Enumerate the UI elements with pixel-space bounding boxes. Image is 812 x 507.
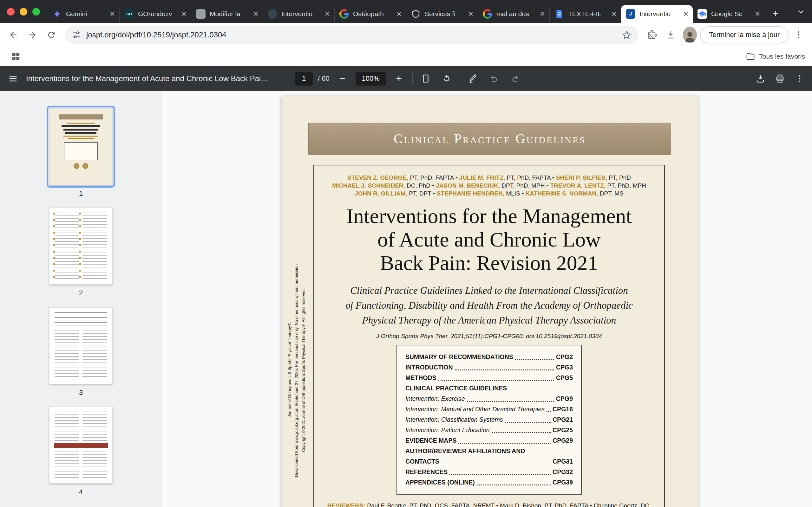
minimize-window-button[interactable] bbox=[20, 8, 27, 15]
page-thumbnail[interactable] bbox=[49, 208, 113, 285]
thumbnail-preview bbox=[49, 308, 112, 384]
new-tab-button[interactable]: + bbox=[769, 7, 782, 20]
author-separator: • bbox=[520, 190, 525, 197]
undo-button[interactable] bbox=[486, 71, 502, 87]
tab-close-icon[interactable]: × bbox=[755, 10, 760, 18]
browser-tab[interactable]: Modifier la× bbox=[191, 5, 263, 23]
tab-search-chevron-icon[interactable] bbox=[795, 6, 807, 18]
toc-entry-label: Intervention: Patient Education bbox=[405, 425, 490, 435]
browser-tab[interactable]: TEXTE-FIL× bbox=[549, 5, 621, 23]
browser-tab[interactable]: Services fi× bbox=[406, 5, 478, 23]
pen-icon bbox=[468, 74, 478, 83]
pdf-toolbar: Interventions for the Management of Acut… bbox=[0, 66, 812, 91]
zoom-level[interactable]: 100% bbox=[356, 72, 386, 86]
pdf-canvas[interactable]: Clinical Practice Guidelines STEVEN Z. G… bbox=[162, 91, 812, 507]
apps-grid-button[interactable] bbox=[7, 48, 25, 65]
rotate-button[interactable] bbox=[439, 71, 455, 87]
browser-tab[interactable]: mal au dos× bbox=[478, 5, 549, 23]
pdf-print-button[interactable] bbox=[772, 71, 788, 87]
bookmarks-bar: Tous les favoris bbox=[0, 47, 812, 66]
browser-menu-button[interactable] bbox=[790, 26, 808, 44]
author-separator: • bbox=[551, 174, 556, 181]
toc-dot-leader bbox=[458, 443, 551, 444]
title-line: Interventions for the Management bbox=[346, 205, 632, 228]
tab-close-icon[interactable]: × bbox=[612, 10, 617, 18]
thumbnail-preview bbox=[49, 407, 112, 483]
forward-icon bbox=[28, 30, 37, 40]
reviewers-line: REVIEWERS: Paul F. Beattie, PT, PhD, OCS… bbox=[325, 502, 653, 507]
pdf-download-button[interactable] bbox=[752, 71, 768, 87]
toc-entry: Intervention: Classification SystemsCPG2… bbox=[405, 414, 573, 425]
toc-page-number: CPG29 bbox=[553, 435, 573, 446]
browser-tab[interactable]: Ostéopath× bbox=[334, 5, 406, 23]
title-line: Back Pain: Revision 2021 bbox=[380, 251, 598, 274]
page-thumbnail-label[interactable]: 2 bbox=[79, 289, 83, 297]
tab-close-icon[interactable]: × bbox=[397, 10, 402, 18]
browser-tab[interactable]: GOGOrendezv× bbox=[119, 5, 191, 23]
tab-title: GOrendezv bbox=[138, 10, 177, 18]
pdf-more-button[interactable] bbox=[792, 71, 808, 87]
author-name: JOHN R. GILLIAM, bbox=[355, 190, 407, 197]
page-thumbnail[interactable] bbox=[49, 407, 113, 484]
tab-close-icon[interactable]: × bbox=[468, 10, 473, 18]
page-thumbnail[interactable] bbox=[49, 108, 113, 185]
bookmark-star-icon[interactable] bbox=[622, 30, 631, 40]
close-window-button[interactable] bbox=[7, 8, 14, 15]
thumbnail-preview bbox=[49, 109, 112, 185]
tab-close-icon[interactable]: × bbox=[253, 10, 258, 18]
scholar-icon bbox=[697, 9, 707, 19]
toc-entry: Intervention: Manual and Other Directed … bbox=[405, 404, 573, 414]
toc-page-number: CPG31 bbox=[553, 456, 573, 467]
author-name: SHERI P. SILFIES, bbox=[556, 174, 607, 181]
author-credentials: PT, PhD, FAPTA bbox=[408, 174, 454, 181]
page-thumbnail-label[interactable]: 1 bbox=[79, 189, 83, 198]
page-number-input[interactable]: 1 bbox=[295, 72, 313, 86]
browser-tab[interactable]: Google Sc× bbox=[693, 5, 764, 23]
page-thumbnail-label[interactable]: 4 bbox=[79, 488, 83, 496]
toc-entry-label: Intervention: Classification Systems bbox=[405, 414, 503, 425]
downloads-button[interactable] bbox=[662, 26, 680, 44]
fullscreen-window-button[interactable] bbox=[32, 8, 40, 15]
avatar bbox=[683, 26, 697, 43]
author-credentials: PT, PhD, MPH bbox=[606, 182, 646, 189]
extensions-button[interactable] bbox=[643, 26, 661, 44]
forward-button[interactable] bbox=[23, 26, 41, 44]
author-separator: • bbox=[454, 174, 459, 181]
redo-button[interactable] bbox=[507, 71, 523, 87]
profile-button[interactable] bbox=[681, 26, 699, 44]
url-text[interactable]: jospt.org/doi/pdf/10.2519/jospt.2021.030… bbox=[86, 31, 617, 39]
article-title: Interventions for the Management of Acut… bbox=[325, 205, 653, 275]
toc-entry-label: SUMMARY OF RECOMMENDATIONS bbox=[405, 352, 513, 362]
page-thumbnail-label[interactable]: 3 bbox=[79, 389, 83, 397]
page-thumbnail[interactable] bbox=[49, 307, 113, 384]
fit-page-button[interactable] bbox=[418, 71, 434, 87]
grid-icon bbox=[11, 52, 20, 61]
tab-close-icon[interactable]: × bbox=[110, 10, 115, 18]
omnibox[interactable]: jospt.org/doi/pdf/10.2519/jospt.2021.030… bbox=[65, 26, 639, 44]
zoom-in-button[interactable]: + bbox=[391, 71, 407, 87]
browser-tab[interactable]: Gemini× bbox=[48, 5, 119, 23]
reload-button[interactable] bbox=[43, 26, 60, 44]
browser-tab[interactable]: JInterventio× bbox=[621, 5, 693, 23]
finish-update-button[interactable]: Terminer la mise à jour bbox=[700, 26, 789, 43]
zoom-out-button[interactable]: − bbox=[335, 71, 351, 87]
toc-page-number: CPG21 bbox=[553, 414, 573, 425]
tab-close-icon[interactable]: × bbox=[325, 10, 330, 18]
author-credentials: PT, PhD bbox=[607, 174, 631, 181]
tab-close-icon[interactable]: × bbox=[540, 10, 545, 18]
pdf-menu-button[interactable] bbox=[5, 71, 21, 87]
toc-dot-leader bbox=[477, 485, 551, 486]
all-bookmarks[interactable]: Tous les favoris bbox=[746, 52, 805, 61]
back-button[interactable] bbox=[4, 26, 22, 44]
author-name: STEVEN Z. GEORGE, bbox=[347, 174, 408, 181]
toc-page-number: CPG2 bbox=[556, 352, 573, 362]
tab-close-icon[interactable]: × bbox=[182, 10, 187, 18]
author-credentials: DPT, MS bbox=[598, 190, 623, 197]
tab-close-icon[interactable]: × bbox=[683, 10, 688, 18]
toc-entry-label: INTRODUCTION bbox=[405, 362, 453, 373]
site-info-icon[interactable] bbox=[72, 30, 81, 40]
thumbnail-sidebar[interactable]: 1234 bbox=[0, 91, 162, 507]
pdf-viewer: 1234 Clinical Practice Guidelines STEVEN… bbox=[0, 91, 812, 507]
browser-tab[interactable]: Interventio× bbox=[263, 5, 334, 23]
annotate-button[interactable] bbox=[465, 71, 481, 87]
